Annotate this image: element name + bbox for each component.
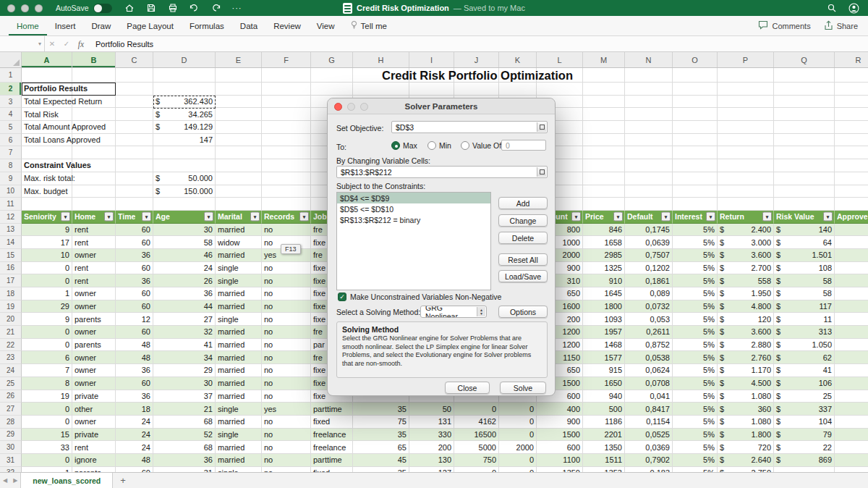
cell-L29[interactable]: 1500 bbox=[537, 429, 583, 442]
cell-D14[interactable]: 58 bbox=[153, 236, 216, 249]
row-header-11[interactable]: 11 bbox=[0, 198, 22, 211]
cell-F21[interactable]: no bbox=[262, 326, 311, 339]
name-box[interactable]: ▾ bbox=[0, 36, 45, 51]
cell-I31[interactable]: 130 bbox=[409, 454, 454, 467]
save-icon[interactable] bbox=[145, 3, 157, 14]
row-header-3[interactable]: 3 bbox=[0, 96, 22, 109]
redo-icon[interactable] bbox=[210, 3, 222, 14]
cell-J1[interactable] bbox=[454, 68, 499, 83]
cell-A28[interactable]: 0 bbox=[22, 416, 72, 429]
cell-C8[interactable] bbox=[116, 159, 153, 172]
cell-B18[interactable]: owner bbox=[72, 287, 116, 300]
cell-C1[interactable] bbox=[116, 68, 153, 83]
cell-C16[interactable]: 60 bbox=[116, 262, 153, 275]
objective-input[interactable]: $D$3 bbox=[391, 121, 548, 133]
cell-R27[interactable] bbox=[835, 403, 868, 416]
cell-N21[interactable]: 0,2611 bbox=[625, 326, 673, 339]
cell-B15[interactable]: owner bbox=[72, 249, 116, 262]
cell-O26[interactable]: 5% bbox=[673, 390, 718, 403]
cell-E5[interactable] bbox=[216, 121, 262, 134]
cell-R10[interactable] bbox=[835, 185, 868, 198]
cell-L28[interactable]: 900 bbox=[537, 416, 583, 429]
cell-E27[interactable]: single bbox=[216, 403, 262, 416]
cell-O15[interactable]: 5% bbox=[673, 249, 718, 262]
cell-M5[interactable] bbox=[583, 121, 625, 134]
cell-I2[interactable] bbox=[409, 83, 454, 96]
table-header-Age[interactable]: Age▾ bbox=[153, 211, 216, 224]
cell-N6[interactable] bbox=[625, 134, 673, 147]
cell-E32[interactable]: single bbox=[216, 467, 262, 472]
cell-O14[interactable]: 5% bbox=[673, 236, 718, 249]
cell-F17[interactable]: no bbox=[262, 274, 311, 287]
cell-D28[interactable]: 68 bbox=[153, 416, 216, 429]
cell-P24[interactable]: $1.170 bbox=[718, 364, 774, 377]
cell-R11[interactable] bbox=[835, 198, 868, 211]
cell-F23[interactable]: no bbox=[262, 351, 311, 364]
cell-M20[interactable]: 1093 bbox=[583, 313, 625, 326]
cell-M10[interactable] bbox=[583, 185, 625, 198]
cell-B28[interactable]: owner bbox=[72, 416, 116, 429]
cell-C32[interactable]: 60 bbox=[116, 467, 153, 472]
cell-Q10[interactable] bbox=[774, 185, 835, 198]
row-header-10[interactable]: 10 bbox=[0, 185, 22, 198]
cell-M8[interactable] bbox=[583, 159, 625, 172]
cell-B30[interactable]: rent bbox=[72, 441, 116, 454]
cell-R19[interactable] bbox=[835, 300, 868, 314]
cell-B23[interactable]: owner bbox=[72, 351, 116, 364]
undo-icon[interactable] bbox=[189, 3, 200, 14]
cell-D23[interactable]: 34 bbox=[153, 351, 216, 364]
cell-G30[interactable]: freelance bbox=[311, 441, 353, 454]
radio-max[interactable]: Max bbox=[391, 141, 417, 150]
constraint-item[interactable]: $D$5 <= $D$10 bbox=[337, 203, 490, 214]
cell-N13[interactable]: 0,1745 bbox=[625, 224, 673, 237]
row-header-15[interactable]: 15 bbox=[0, 249, 22, 262]
cell-G2[interactable] bbox=[311, 83, 353, 96]
cell-Q1[interactable] bbox=[774, 68, 835, 83]
cell-F4[interactable] bbox=[262, 108, 311, 121]
row-header-23[interactable]: 23 bbox=[0, 351, 22, 364]
cell-A2[interactable]: Portfolio Results bbox=[22, 83, 72, 96]
cell-E23[interactable]: married bbox=[216, 351, 262, 364]
tell-me-button[interactable]: Tell me bbox=[350, 20, 387, 31]
row-header-28[interactable]: 28 bbox=[0, 416, 22, 429]
cell-A29[interactable]: 15 bbox=[22, 429, 72, 442]
cell-B16[interactable]: rent bbox=[72, 262, 116, 275]
cell-N31[interactable]: 0,7902 bbox=[625, 454, 673, 467]
variable-cells-input[interactable]: $R$13:$R$212 bbox=[336, 166, 548, 178]
cell-B19[interactable]: owner bbox=[72, 300, 116, 314]
table-header-Price[interactable]: Price▾ bbox=[583, 211, 625, 224]
cell-E4[interactable] bbox=[216, 108, 262, 121]
cell-N30[interactable]: 0,0369 bbox=[625, 441, 673, 454]
cell-D20[interactable]: 27 bbox=[153, 313, 216, 326]
row-header-29[interactable]: 29 bbox=[0, 429, 22, 442]
cell-K30[interactable]: 2000 bbox=[499, 441, 537, 454]
column-header-O[interactable]: O bbox=[673, 52, 718, 67]
cell-C27[interactable]: 18 bbox=[116, 403, 153, 416]
scroll-tabs-right-icon[interactable]: ▶ bbox=[13, 477, 17, 484]
cell-M17[interactable]: 910 bbox=[583, 274, 625, 287]
cell-I30[interactable]: 200 bbox=[409, 441, 454, 454]
cell-D26[interactable]: 37 bbox=[153, 390, 216, 403]
cell-A26[interactable]: 19 bbox=[22, 390, 72, 403]
cell-P22[interactable]: $2.880 bbox=[718, 339, 774, 352]
cell-M27[interactable]: 500 bbox=[583, 403, 625, 416]
cell-H32[interactable]: 35 bbox=[353, 467, 409, 472]
column-header-M[interactable]: M bbox=[583, 52, 625, 67]
cell-A7[interactable] bbox=[22, 146, 72, 159]
row-header-13[interactable]: 13 bbox=[0, 224, 22, 237]
ribbon-tab-view[interactable]: View bbox=[309, 16, 343, 35]
cell-P6[interactable] bbox=[718, 134, 774, 147]
cell-A27[interactable]: 0 bbox=[22, 403, 72, 416]
row-header-26[interactable]: 26 bbox=[0, 390, 22, 403]
radio-value-of[interactable]: Value Of: bbox=[461, 141, 503, 150]
row-header-16[interactable]: 16 bbox=[0, 262, 22, 275]
cell-D6[interactable]: 147 bbox=[153, 134, 216, 147]
cell-E3[interactable] bbox=[216, 96, 262, 109]
filter-button[interactable]: ▾ bbox=[823, 212, 833, 222]
cell-N25[interactable]: 0,0708 bbox=[625, 377, 673, 390]
cell-K31[interactable]: 0 bbox=[499, 454, 537, 467]
cell-D9[interactable]: $50.000 bbox=[153, 172, 216, 185]
cell-E31[interactable]: married bbox=[216, 454, 262, 467]
table-header-Marital[interactable]: Marital▾ bbox=[216, 211, 262, 224]
cell-E1[interactable] bbox=[216, 68, 262, 83]
